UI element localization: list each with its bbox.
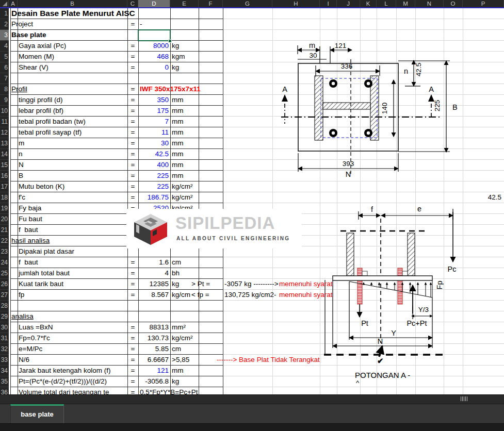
sheet-row-30[interactable]: Luas =BxN=88313mm² bbox=[10, 322, 223, 333]
cell-unit[interactable]: cm bbox=[172, 257, 181, 268]
cell-equals[interactable]: = bbox=[129, 355, 137, 365]
cell-unit[interactable]: mm bbox=[172, 95, 184, 105]
column-header-G[interactable]: G bbox=[223, 0, 272, 7]
column-header-P[interactable]: P bbox=[463, 0, 504, 7]
sheet-row-1[interactable]: Desain Base Plate Menurut AISC bbox=[10, 8, 223, 19]
cell-label[interactable]: Project bbox=[11, 19, 33, 29]
cell-unit[interactable]: mm bbox=[172, 160, 184, 170]
cell-label[interactable]: N/6 bbox=[19, 355, 127, 365]
row-header-6[interactable]: 6 bbox=[0, 62, 9, 73]
row-header-13[interactable]: 13 bbox=[0, 138, 9, 149]
cell-equals[interactable]: = bbox=[129, 138, 137, 148]
cell-equals[interactable]: = bbox=[129, 322, 137, 333]
sipilpedia-watermark[interactable]: SIPILPEDIA ALL ABOUT CIVIL ENGINEERING bbox=[126, 209, 302, 248]
cell-value[interactable]: 350 bbox=[138, 95, 169, 105]
sheet-row-15[interactable]: N=400mm bbox=[10, 160, 223, 171]
cell-value[interactable]: 468 bbox=[138, 52, 169, 62]
cell-label[interactable]: f baut bbox=[19, 257, 127, 268]
cell-label[interactable]: Momen (M) bbox=[19, 52, 127, 62]
cell-equals[interactable]: = bbox=[129, 160, 137, 170]
sheet-row-32[interactable]: e=M/Pc=5.85cm bbox=[10, 344, 223, 355]
sheet-row-14[interactable]: n=42.5mm bbox=[10, 149, 223, 160]
cell-label[interactable]: Fy baja bbox=[19, 203, 127, 213]
cell-equals[interactable]: = bbox=[129, 52, 137, 62]
cell-label[interactable]: analisa bbox=[11, 311, 34, 322]
cell-equals[interactable]: = bbox=[129, 62, 137, 73]
cell-unit[interactable]: kg/cm² bbox=[172, 333, 193, 343]
cell-label[interactable]: m bbox=[19, 138, 127, 148]
column-header-C[interactable]: C bbox=[127, 0, 138, 7]
cell-unit[interactable]: kgm bbox=[172, 52, 185, 62]
cell-value[interactable]: 8000 bbox=[138, 41, 169, 51]
cell-equals[interactable]: = bbox=[129, 127, 137, 138]
cell-value[interactable]: 186.75 bbox=[138, 192, 169, 203]
cell-label[interactable]: e=M/Pc bbox=[19, 344, 127, 354]
cell-value[interactable]: 175 bbox=[138, 106, 169, 116]
cell-unit[interactable]: mm bbox=[172, 106, 184, 116]
cell-label[interactable]: Gaya axial (Pc) bbox=[19, 41, 127, 51]
sheet-row-13[interactable]: m=30mm bbox=[10, 138, 223, 149]
row-header-14[interactable]: 14 bbox=[0, 149, 9, 160]
cell-equals[interactable]: = bbox=[129, 41, 137, 51]
cell-unit[interactable]: mm bbox=[172, 171, 184, 181]
cell-label[interactable]: lebar profil (bf) bbox=[19, 106, 127, 116]
cell-label[interactable]: Kuat tarik baut bbox=[19, 279, 127, 289]
row-header-18[interactable]: 18 bbox=[0, 192, 9, 203]
cell-label[interactable]: hasil analisa bbox=[11, 236, 50, 246]
cell-label[interactable]: Luas =BxN bbox=[19, 322, 127, 333]
column-header-E[interactable]: E bbox=[170, 0, 199, 7]
cell-label[interactable]: jumlah total baut bbox=[19, 268, 127, 278]
cell-value[interactable]: 130.73 bbox=[138, 333, 169, 343]
cell-equals[interactable]: = bbox=[129, 333, 137, 343]
cell-value[interactable]: 30 bbox=[138, 138, 169, 148]
sheet-row-36[interactable]: Volume total dari tegangan te=0.5*Fp*Y*B… bbox=[10, 387, 223, 394]
sheet-row-31[interactable]: Fp=0.7*f'c=130.73kg/cm² bbox=[10, 333, 223, 344]
column-header-K[interactable]: K bbox=[360, 0, 377, 7]
cell-label[interactable]: Fu baut bbox=[19, 214, 42, 224]
cell-unit[interactable]: mm² bbox=[172, 322, 186, 333]
sheet-row-29[interactable]: analisa bbox=[10, 311, 223, 322]
row-header-32[interactable]: 32 bbox=[0, 344, 9, 355]
row-header-23[interactable]: 23 bbox=[0, 246, 9, 257]
column-header-J[interactable]: J bbox=[337, 0, 360, 7]
row-header-22[interactable]: 22 bbox=[0, 236, 9, 246]
cell-verdict[interactable]: memenuhi syarat bbox=[279, 279, 333, 289]
cell-label[interactable]: Profil bbox=[11, 84, 27, 94]
sheet-row-17[interactable]: Mutu beton (K)=225kg/cm² bbox=[10, 181, 223, 192]
cell-equals[interactable]: = bbox=[129, 279, 137, 289]
cell-comparison[interactable]: < fp = bbox=[191, 290, 209, 300]
sheet-row-8[interactable]: Profil=IWF 350x175x7x11 bbox=[10, 84, 223, 95]
row-header-9[interactable]: 9 bbox=[0, 95, 9, 106]
sheet-row-6[interactable]: Shear (V)=0kg bbox=[10, 62, 223, 73]
cell-label[interactable]: Mutu beton (K) bbox=[19, 181, 127, 192]
cell-unit[interactable]: mm bbox=[172, 117, 184, 127]
sheet-row-5[interactable]: Momen (M)=468kgm bbox=[10, 52, 223, 62]
sheet-row-18[interactable]: f'c=186.75kg/cm² bbox=[10, 192, 223, 203]
row-header-1[interactable]: 1 bbox=[0, 8, 9, 19]
worksheet[interactable]: Desain Base Plate Menurut AISCProject=-B… bbox=[0, 8, 504, 394]
row-header-36[interactable]: 36 bbox=[0, 387, 9, 394]
row-header-29[interactable]: 29 bbox=[0, 311, 9, 322]
cell-equals[interactable]: = bbox=[129, 257, 137, 268]
row-header-26[interactable]: 26 bbox=[0, 279, 9, 290]
row-header-24[interactable]: 24 bbox=[0, 257, 9, 268]
cell-unit[interactable]: mm bbox=[172, 127, 184, 138]
cell-unit[interactable]: mm bbox=[172, 138, 184, 148]
cell-verdict[interactable]: memenuhi syarat bbox=[279, 290, 333, 300]
base-plate-plan-drawing[interactable]: m 30 121 336 140 n 42.5 A A 225 B 393 N bbox=[279, 39, 504, 183]
cell-value[interactable]: 8.567 bbox=[138, 290, 169, 300]
cell-label[interactable]: Jarak baut ketengah kolom (f) bbox=[19, 366, 127, 376]
row-header-8[interactable]: 8 bbox=[0, 84, 9, 95]
row-header-20[interactable]: 20 bbox=[0, 214, 9, 225]
row-header-35[interactable]: 35 bbox=[0, 376, 9, 387]
row-header-15[interactable]: 15 bbox=[0, 160, 9, 171]
sheet-row-9[interactable]: tinggi profil (d)=350mm bbox=[10, 95, 223, 106]
cell-value[interactable]: IWF 350x175x7x11 bbox=[129, 84, 201, 94]
row-header-34[interactable]: 34 bbox=[0, 366, 9, 376]
cell-value[interactable]: 0.5*Fp*Y*B=Pc+Pt bbox=[129, 387, 198, 394]
cell-equals[interactable]: = bbox=[129, 366, 137, 376]
cell-equals[interactable]: = bbox=[129, 290, 137, 300]
cell-label[interactable]: B bbox=[19, 171, 127, 181]
cell-equals[interactable]: = bbox=[129, 171, 137, 181]
cell-value[interactable]: 42.5 bbox=[138, 149, 169, 159]
